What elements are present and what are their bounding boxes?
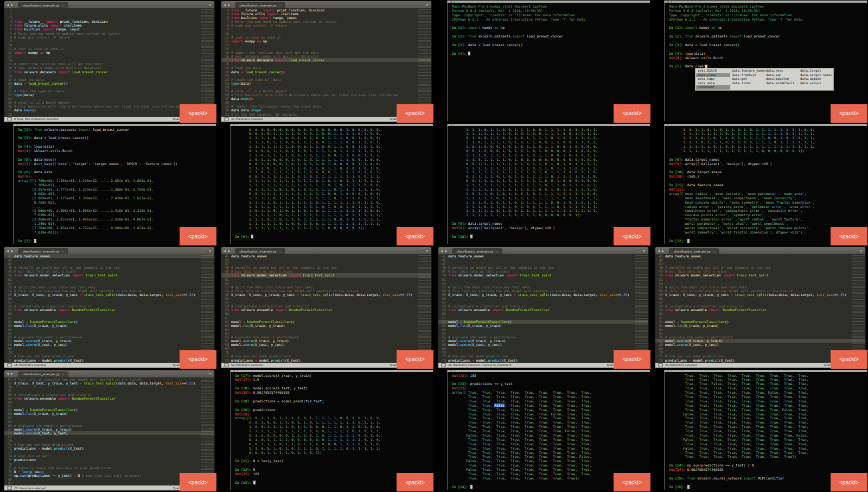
thumb-r1-c2[interactable]: 1, 1, 1, 0, 1, 1, 0, 0, 1, 1, 1, 0, 0, 1… xyxy=(434,123,651,247)
overflow-menu-icon[interactable]: ▼ xyxy=(209,249,211,253)
nav-back-icon[interactable]: ◀ xyxy=(658,249,660,253)
tab-close-icon[interactable]: × xyxy=(279,250,281,253)
nav-back-icon[interactable]: ◀ xyxy=(7,372,9,375)
tab-close-icon[interactable]: × xyxy=(713,250,715,253)
zoom-dot[interactable] xyxy=(671,370,672,372)
zoom-dot[interactable] xyxy=(454,1,455,3)
tab-close-icon[interactable]: × xyxy=(62,4,64,7)
overflow-menu-icon[interactable]: ▼ xyxy=(643,249,645,253)
minimap[interactable] xyxy=(201,379,214,485)
nav-back-icon[interactable]: ◀ xyxy=(441,249,443,253)
tab-classification-example[interactable]: classification_example.py× xyxy=(669,248,719,254)
thumb-r1-c0[interactable]: In [2]: from sklearn.datasets import loa… xyxy=(0,123,217,247)
overflow-menu-icon[interactable]: ▼ xyxy=(209,372,211,375)
nav-forward-icon[interactable]: ▶ xyxy=(11,372,13,375)
thumb-r3-c2[interactable]: Out[22]: 188In [23]: predictions == y_te… xyxy=(434,369,651,492)
zoom-dot[interactable] xyxy=(20,124,21,126)
thumb-r1-c3[interactable]: 1, 0, 1, 1, 0, 1, 0, 1, 1, 0, 1, 0, 1, 1… xyxy=(651,123,868,247)
close-dot[interactable] xyxy=(450,1,452,3)
zoom-dot[interactable] xyxy=(671,1,672,3)
autocomplete-item[interactable]: data.values xyxy=(799,81,833,86)
autocomplete-item[interactable]: data.items xyxy=(730,81,764,86)
overflow-menu-icon[interactable]: ▼ xyxy=(209,3,211,7)
nav-back-icon[interactable]: ◀ xyxy=(224,249,226,253)
close-dot[interactable] xyxy=(450,124,452,126)
autocomplete-item[interactable]: data.get xyxy=(730,77,764,81)
autocomplete-item[interactable]: data.target xyxy=(799,69,833,73)
autocomplete-item[interactable]: data.setdefault xyxy=(764,81,799,86)
autocomplete-item[interactable]: data.fromkeys xyxy=(730,73,764,78)
thumb-r0-c1[interactable]: ◀▶classification_example.py×▼4from __fut… xyxy=(217,0,434,123)
minimap[interactable] xyxy=(418,255,431,362)
autocomplete-item[interactable]: <unknown> xyxy=(696,85,730,90)
zoom-dot[interactable] xyxy=(454,124,455,126)
zoom-dot[interactable] xyxy=(671,124,672,126)
panel-toggle-icon[interactable] xyxy=(7,486,12,490)
thumb-r0-c3[interactable]: Macs-MacBook-Pro-2:numpy_class macuser$ … xyxy=(651,0,868,123)
autocomplete-item[interactable]: data.data xyxy=(696,81,730,86)
thumb-r3-c1[interactable]: In [17]: model.score(X_train, y_train)Ou… xyxy=(217,369,434,492)
panel-toggle-icon[interactable] xyxy=(224,117,229,121)
close-dot[interactable] xyxy=(667,1,669,3)
minimap[interactable] xyxy=(201,255,214,362)
thumb-r3-c0[interactable]: ◀▶classification_example.py×▼54# this le… xyxy=(0,369,217,492)
minimap[interactable] xyxy=(201,9,214,116)
thumb-r2-c2[interactable]: ◀▶classification_example.py×▼45data.feat… xyxy=(434,246,651,369)
tab-classification-example[interactable]: classification_example.py× xyxy=(18,248,68,254)
nav-forward-icon[interactable]: ▶ xyxy=(228,3,230,7)
autocomplete-item[interactable]: data.update xyxy=(799,77,833,81)
thumb-r1-c1[interactable]: 0, 0, 0, 0, 0, 0, 0, 0, 0, 0, 0, 0, 0, 0… xyxy=(217,123,434,247)
nav-forward-icon[interactable]: ▶ xyxy=(445,249,447,253)
zoom-dot[interactable] xyxy=(454,370,455,372)
thumb-r2-c1[interactable]: ◀▶classification_example.py×▼45data.feat… xyxy=(217,246,434,369)
close-dot[interactable] xyxy=(233,370,235,372)
zoom-dot[interactable] xyxy=(237,370,238,372)
autocomplete-item[interactable]: data.copy xyxy=(696,77,730,81)
overflow-menu-icon[interactable]: ▼ xyxy=(860,249,862,253)
thumb-r2-c0[interactable]: ◀▶classification_example.py×▼45data.feat… xyxy=(0,246,217,369)
close-dot[interactable] xyxy=(16,124,18,126)
tab-close-icon[interactable]: × xyxy=(62,373,64,376)
panel-toggle-icon[interactable] xyxy=(658,363,663,367)
close-dot[interactable] xyxy=(667,370,669,372)
tab-classification-example[interactable]: classification_example.py× xyxy=(18,371,68,377)
close-dot[interactable] xyxy=(667,124,669,126)
nav-forward-icon[interactable]: ▶ xyxy=(228,249,230,253)
autocomplete-item[interactable]: data.popitem xyxy=(764,77,799,81)
minimap[interactable] xyxy=(635,255,648,362)
thumb-r0-c2[interactable]: Macs-MacBook-Pro-2:numpy_class macuser$ … xyxy=(434,0,651,123)
autocomplete-item[interactable]: data.pop xyxy=(764,73,799,78)
nav-forward-icon[interactable]: ▶ xyxy=(11,249,13,253)
autocomplete-item[interactable]: data.target_names xyxy=(799,73,833,78)
panel-toggle-icon[interactable] xyxy=(224,363,229,367)
zoom-dot[interactable] xyxy=(237,124,238,126)
nav-forward-icon[interactable]: ▶ xyxy=(662,249,664,253)
thumb-r0-c0[interactable]: ◀▶classification_example.py×▼1234from __… xyxy=(0,0,217,123)
thumb-r3-c3[interactable]: True, True, True, True, True, True, True… xyxy=(651,369,868,492)
tab-classification-example[interactable]: classification_example.py× xyxy=(235,2,285,8)
autocomplete-item[interactable]: data.keys xyxy=(764,69,799,73)
nav-forward-icon[interactable]: ▶ xyxy=(11,3,13,7)
nav-back-icon[interactable]: ◀ xyxy=(7,249,9,253)
minimap[interactable] xyxy=(418,9,431,116)
close-dot[interactable] xyxy=(450,370,452,372)
close-dot[interactable] xyxy=(233,124,235,126)
minimap[interactable] xyxy=(852,255,865,362)
tab-close-icon[interactable]: × xyxy=(279,4,281,7)
panel-toggle-icon[interactable] xyxy=(441,363,446,367)
tab-close-icon[interactable]: × xyxy=(496,250,498,253)
overflow-menu-icon[interactable]: ▼ xyxy=(426,249,428,253)
autocomplete-item[interactable]: data.feature_names xyxy=(730,69,764,73)
tab-classification-example[interactable]: classification_example.py× xyxy=(18,2,68,8)
thumb-r2-c3[interactable]: ◀▶classification_example.py×▼45data.feat… xyxy=(651,246,868,369)
panel-toggle-icon[interactable] xyxy=(7,117,12,121)
overflow-menu-icon[interactable]: ▼ xyxy=(426,3,428,7)
tab-classification-example[interactable]: classification_example.py× xyxy=(235,248,285,254)
nav-back-icon[interactable]: ◀ xyxy=(7,3,9,7)
panel-toggle-icon[interactable] xyxy=(7,363,12,367)
tab-close-icon[interactable]: × xyxy=(62,250,64,253)
nav-back-icon[interactable]: ◀ xyxy=(224,3,226,7)
autocomplete-item[interactable]: data.DESCR xyxy=(696,69,730,73)
autocomplete-item[interactable]: data.clear xyxy=(696,73,730,78)
tab-classification-example[interactable]: classification_example.py× xyxy=(452,248,502,254)
